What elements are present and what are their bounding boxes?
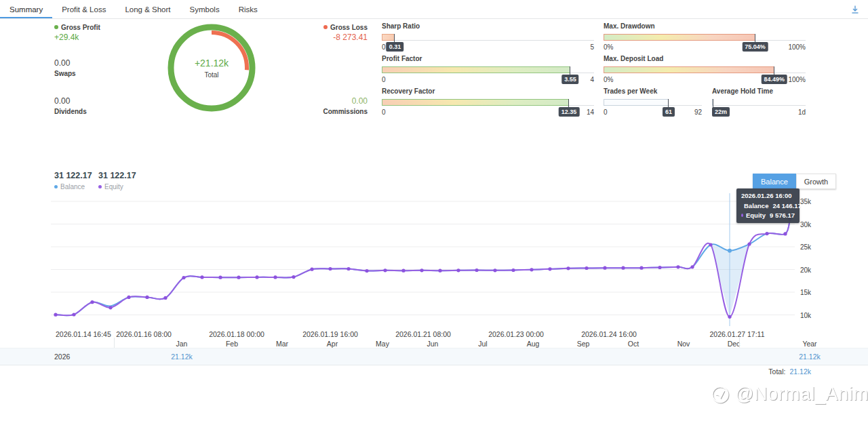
gauge-min-label: 0 <box>382 43 386 51</box>
gauge-value-badge: 84.49% <box>762 75 788 84</box>
tabs-container: SummaryProfit & LossLong & ShortSymbolsR… <box>0 0 267 18</box>
y-tick-label: 10k <box>800 312 811 319</box>
gauge-max-label: 100% <box>788 76 806 83</box>
equity-legend: 31 122.17 Equity <box>98 171 136 191</box>
gauge-min-label: 0% <box>604 43 613 51</box>
gauge-track: 0.31 <box>382 34 594 41</box>
commissions-value: 0.00 <box>271 96 368 106</box>
commissions-stat: 0.00 Commissions <box>271 96 368 115</box>
equity-point <box>273 275 277 279</box>
gauge-trades-per-week: Trades per Week61092 <box>604 87 702 117</box>
equity-point <box>310 268 313 271</box>
x-tick-label: 2026.01.16 08:00 <box>116 330 172 338</box>
swaps-stat: 0.00 Swaps <box>54 58 76 77</box>
tooltip-row: Balance24 146.17 <box>741 202 795 209</box>
tooltip-rows: Balance24 146.17Equity9 576.17 <box>741 202 795 219</box>
gauge-fill <box>382 34 395 41</box>
watermark-text: @Normal_Animal <box>735 384 868 405</box>
month-label-sep: Sep <box>577 340 590 348</box>
x-tick-label: 2026.01.23 00:00 <box>488 330 544 338</box>
dividends-value: 0.00 <box>54 96 87 106</box>
equity-point <box>658 266 661 269</box>
tab-summary[interactable]: Summary <box>0 0 52 18</box>
gauge-track: 75.04% <box>604 34 806 41</box>
x-tick-label: 2026.01.21 08:00 <box>395 330 451 338</box>
gross-loss-label: Gross Loss <box>330 24 368 31</box>
gauge-min-label: 0 <box>382 108 386 116</box>
equity-point <box>401 269 405 273</box>
tab-risks[interactable]: Risks <box>229 0 267 18</box>
profit-loss-donut-chart <box>165 22 258 114</box>
summary-report-page: SummaryProfit & LossLong & ShortSymbolsR… <box>0 0 868 421</box>
telegram-plane-icon <box>711 385 730 404</box>
equity-point <box>383 268 387 272</box>
drawdown-area <box>56 219 790 317</box>
grand-total-line: Total: 21.12k <box>719 367 811 376</box>
month-label-nov: Nov <box>677 340 690 348</box>
y-tick-label: 25k <box>800 243 811 251</box>
year-total-link[interactable]: 21.12k <box>799 353 821 361</box>
gauge-fill <box>604 34 755 41</box>
equity-point <box>603 266 606 270</box>
gauge-fill <box>604 66 774 73</box>
equity-legend-value: 31 122.17 <box>98 171 136 180</box>
gauge-max-label: 14 <box>587 108 594 116</box>
month-label-may: May <box>376 340 389 348</box>
chart-tooltip: 2026.01.26 16:00 Balance24 146.17Equity9… <box>736 188 800 223</box>
gauge-max-drawdown: Max. Drawdown75.04%0%100% <box>604 22 806 52</box>
balance-crosshair-point <box>728 249 732 253</box>
equity-point <box>54 313 57 317</box>
tab-long-short[interactable]: Long & Short <box>115 0 180 18</box>
download-icon <box>850 5 860 14</box>
gauge-max-label: 100% <box>788 43 806 51</box>
month-label-mar: Mar <box>276 340 288 348</box>
gross-profit-label: Gross Profit <box>61 24 100 31</box>
gauge-sharp-ratio: Sharp Ratio0.3105 <box>382 22 594 52</box>
gross-profit-value: +29.4k <box>54 33 100 42</box>
equity-point <box>72 313 75 316</box>
equity-line <box>56 219 790 317</box>
tab-symbols[interactable]: Symbols <box>180 0 229 18</box>
balance-legend-value: 31 122.17 <box>54 171 92 180</box>
gauge-label: Average Hold Time <box>712 87 806 95</box>
chart-mode-toggle: BalanceGrowth <box>753 174 836 189</box>
tab-profit-loss[interactable]: Profit & Loss <box>52 0 115 18</box>
gauge-fill <box>604 99 669 106</box>
x-tick-label: 2026.01.27 17:11 <box>710 330 765 338</box>
gross-profit-stat: Gross Profit +29.4k <box>54 24 100 42</box>
equity-point <box>747 242 751 245</box>
gauge-value-badge: 75.04% <box>742 42 768 52</box>
equity-point <box>237 276 240 279</box>
month-label-aug: Aug <box>527 340 540 348</box>
equity-point <box>163 296 167 300</box>
equity-point <box>585 266 588 270</box>
equity-point <box>690 265 694 268</box>
january-total-link[interactable]: 21.12k <box>171 353 193 361</box>
equity-point <box>639 266 643 270</box>
x-tick-label: 2026.01.24 16:00 <box>581 330 637 338</box>
report-tab-bar: SummaryProfit & LossLong & ShortSymbolsR… <box>0 0 868 19</box>
total-value-link[interactable]: 21.12k <box>789 367 811 376</box>
equity-point <box>420 268 423 272</box>
y-tick-label: 35k <box>800 198 811 205</box>
toggle-balance[interactable]: Balance <box>753 174 796 189</box>
equity-point <box>728 315 731 319</box>
x-tick-label: 2026.01.19 16:00 <box>302 330 358 338</box>
gauge-value-badge: 3.55 <box>561 75 579 84</box>
donut-loss-arc <box>176 33 247 103</box>
month-label-dec: Dec <box>728 340 741 348</box>
gauge-fill <box>382 66 570 73</box>
tooltip-row: Equity9 576.17 <box>741 212 795 219</box>
download-button[interactable] <box>842 0 868 18</box>
equity-point <box>347 267 350 270</box>
equity-point <box>493 268 496 272</box>
equity-point <box>127 296 130 299</box>
balance-legend: 31 122.17 Balance <box>54 171 92 191</box>
gauge-track: 12.35 <box>382 99 594 106</box>
toggle-growth[interactable]: Growth <box>796 174 836 189</box>
gauge-label: Max. Drawdown <box>604 22 806 30</box>
gauge-value-badge: 0.31 <box>387 42 404 52</box>
gauge-value-badge: 61 <box>663 107 675 117</box>
gauge-min-label: 0 <box>382 76 386 83</box>
y-tick-label: 20k <box>800 266 811 274</box>
